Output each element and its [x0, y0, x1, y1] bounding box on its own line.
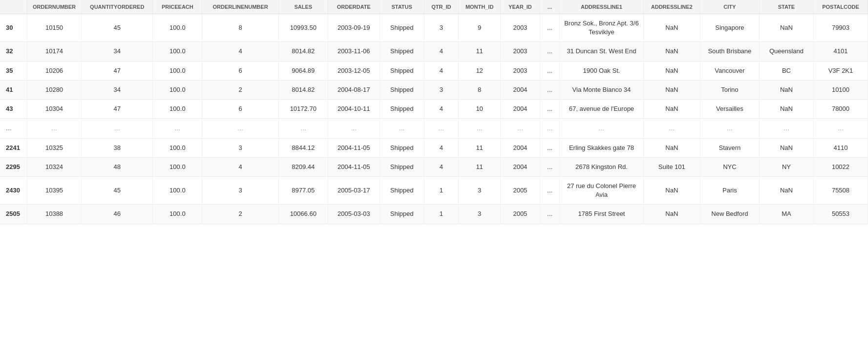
cell-sales: 9064.89 [278, 61, 328, 80]
col-header-quantityordered[interactable]: QUANTITYORDERED [82, 0, 153, 14]
cell-ellipsis: ... [540, 119, 559, 139]
cell-idx: 2295 [0, 157, 27, 176]
cell-addressline2: NaN [643, 80, 700, 99]
cell-status: Shipped [380, 205, 424, 224]
cell-orderdate: 2005-03-03 [328, 205, 380, 224]
cell-status: Shipped [380, 42, 424, 61]
cell-postalcode: V3F 2K1 [813, 61, 868, 80]
cell-year_id: 2004 [501, 80, 540, 99]
cell-ellipsis: ... [540, 138, 559, 157]
cell-postalcode: 75508 [813, 177, 868, 205]
cell-qtr_id: 1 [424, 177, 459, 205]
table-row: 22411032538100.038844.122004-11-05Shippe… [0, 138, 868, 157]
cell-month_id: 3 [459, 205, 501, 224]
cell-ellipsis: ... [540, 61, 559, 80]
col-header-sales[interactable]: SALES [278, 0, 328, 14]
table-row: 321017434100.048014.822003-11-06Shipped4… [0, 42, 868, 61]
cell-orderdate: 2003-12-05 [328, 61, 380, 80]
cell-orderdate: 2004-08-17 [328, 80, 380, 99]
cell-addressline1: Via Monte Bianco 34 [560, 80, 644, 99]
cell-orderdate: 2005-03-17 [328, 177, 380, 205]
cell-ellipsis: ... [540, 99, 559, 118]
col-header-orderlinenumber[interactable]: ORDERLINENUMBER [202, 0, 278, 14]
cell-orderdate: 2004-10-11 [328, 99, 380, 118]
cell-month_id: 12 [459, 61, 501, 80]
cell-city: ... [700, 119, 759, 139]
cell-state: MA [759, 205, 813, 224]
cell-city: Versailles [700, 99, 759, 118]
cell-state: BC [759, 61, 813, 80]
cell-status: Shipped [380, 99, 424, 118]
cell-idx: 35 [0, 61, 27, 80]
col-header-priceeach[interactable]: PRICEEACH [153, 0, 202, 14]
cell-ordernumber: 10388 [27, 205, 82, 224]
cell-qtr_id: 3 [424, 80, 459, 99]
cell-idx: 41 [0, 80, 27, 99]
cell-quantityordered: 45 [82, 14, 153, 42]
cell-month_id: 9 [459, 14, 501, 42]
cell-priceeach: ... [153, 119, 202, 139]
table-row: 24301039545100.038977.052005-03-17Shippe… [0, 177, 868, 205]
col-header-qtr_id[interactable]: QTR_ID [424, 0, 459, 14]
cell-sales: 8209.44 [278, 157, 328, 176]
col-header-postalcode[interactable]: POSTALCODE [813, 0, 868, 14]
cell-priceeach: 100.0 [153, 157, 202, 176]
cell-sales: 8014.82 [278, 80, 328, 99]
cell-postalcode: 10100 [813, 80, 868, 99]
cell-quantityordered: 34 [82, 42, 153, 61]
cell-year_id: ... [501, 119, 540, 139]
cell-qtr_id: 4 [424, 61, 459, 80]
cell-priceeach: 100.0 [153, 99, 202, 118]
table-row: 22951032448100.048209.442004-11-05Shippe… [0, 157, 868, 176]
cell-qtr_id: 1 [424, 205, 459, 224]
cell-ellipsis: ... [540, 80, 559, 99]
table-header-row: ORDERNUMBER QUANTITYORDERED PRICEEACH OR… [0, 0, 868, 14]
cell-postalcode: 4110 [813, 138, 868, 157]
cell-year_id: 2004 [501, 157, 540, 176]
cell-quantityordered: 45 [82, 177, 153, 205]
col-header-month_id[interactable]: MONTH_ID [459, 0, 501, 14]
col-header-ordernumber[interactable]: ORDERNUMBER [27, 0, 82, 14]
cell-status: Shipped [380, 138, 424, 157]
cell-state: NaN [759, 99, 813, 118]
col-header-orderdate[interactable]: ORDERDATE [328, 0, 380, 14]
cell-city: Paris [700, 177, 759, 205]
col-header-addressline1[interactable]: ADDRESSLINE1 [560, 0, 644, 14]
cell-month_id: ... [459, 119, 501, 139]
cell-ellipsis: ... [540, 205, 559, 224]
cell-month_id: 3 [459, 177, 501, 205]
cell-ordernumber: 10150 [27, 14, 82, 42]
cell-qtr_id: ... [424, 119, 459, 139]
cell-year_id: 2005 [501, 205, 540, 224]
cell-addressline1: Bronz Sok., Bronz Apt. 3/6 Tesvikiye [560, 14, 644, 42]
table-row: 411028034100.028014.822004-08-17Shipped3… [0, 80, 868, 99]
cell-postalcode: 78000 [813, 99, 868, 118]
cell-postalcode: 10022 [813, 157, 868, 176]
cell-city: New Bedford [700, 205, 759, 224]
cell-orderlinenumber: 3 [202, 177, 278, 205]
col-header-addressline2[interactable]: ADDRESSLINE2 [643, 0, 700, 14]
cell-city: Stavern [700, 138, 759, 157]
cell-year_id: 2003 [501, 14, 540, 42]
cell-priceeach: 100.0 [153, 14, 202, 42]
cell-addressline2: NaN [643, 205, 700, 224]
cell-addressline2: NaN [643, 14, 700, 42]
col-header-city[interactable]: CITY [700, 0, 759, 14]
cell-addressline1: 67, avenue de l'Europe [560, 99, 644, 118]
cell-state: NaN [759, 177, 813, 205]
col-header-status[interactable]: STATUS [380, 0, 424, 14]
cell-quantityordered: 34 [82, 80, 153, 99]
cell-orderlinenumber: 3 [202, 138, 278, 157]
cell-status: Shipped [380, 177, 424, 205]
cell-year_id: 2004 [501, 99, 540, 118]
cell-addressline1: 1900 Oak St. [560, 61, 644, 80]
col-header-year_id[interactable]: YEAR_ID [501, 0, 540, 14]
cell-state: NY [759, 157, 813, 176]
cell-sales: 10172.70 [278, 99, 328, 118]
col-header-state[interactable]: STATE [759, 0, 813, 14]
cell-postalcode: 4101 [813, 42, 868, 61]
cell-orderdate: 2003-09-19 [328, 14, 380, 42]
cell-orderlinenumber: 2 [202, 205, 278, 224]
cell-status: Shipped [380, 61, 424, 80]
cell-idx: 2505 [0, 205, 27, 224]
